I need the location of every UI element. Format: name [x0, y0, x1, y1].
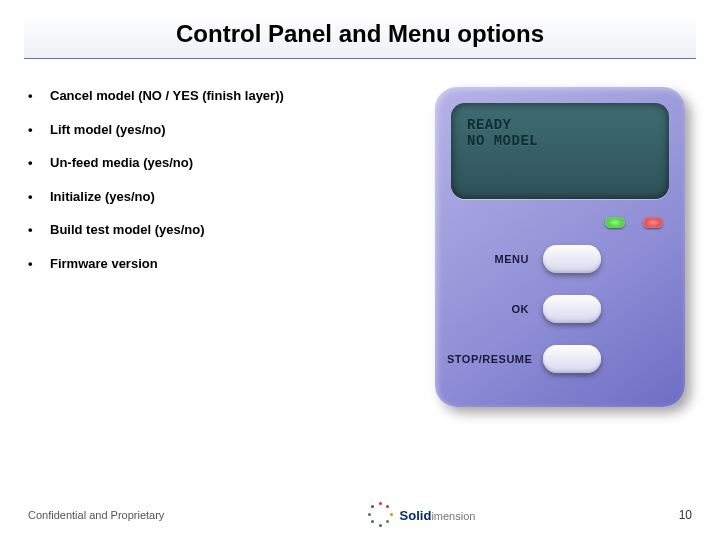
lcd-screen: READY NO MODEL — [451, 103, 669, 199]
bullet-item: Un-feed media (yes/no) — [24, 154, 408, 172]
logo-rest: imension — [431, 510, 475, 522]
menu-button[interactable] — [543, 245, 601, 273]
bullet-list: Cancel model (NO / YES (finish layer)) L… — [24, 87, 408, 540]
button-row: MENU — [435, 245, 685, 273]
page-number: 10 — [679, 508, 692, 522]
title-bar: Control Panel and Menu options — [24, 14, 696, 59]
bullet-item: Initialize (yes/no) — [24, 188, 408, 206]
device-image-column: READY NO MODEL MENU OK — [424, 87, 696, 540]
status-leds — [605, 217, 663, 228]
confidential-text: Confidential and Proprietary — [28, 509, 164, 521]
slide-footer: Confidential and Proprietary Solidimensi… — [0, 502, 720, 528]
bullet-item: Lift model (yes/no) — [24, 121, 408, 139]
slide: Control Panel and Menu options Cancel mo… — [0, 0, 720, 540]
physical-buttons: MENU OK STOP/RESUME — [435, 245, 685, 373]
button-label-menu: MENU — [447, 253, 529, 265]
bullet-item: Build test model (yes/no) — [24, 221, 408, 239]
logo-text: Solidimension — [400, 508, 476, 523]
slide-body: Cancel model (NO / YES (finish layer)) L… — [0, 59, 720, 540]
logo-bold: Solid — [400, 508, 432, 523]
button-label-stop-resume: STOP/RESUME — [447, 353, 529, 365]
bullet-item: Cancel model (NO / YES (finish layer)) — [24, 87, 408, 105]
logo: Solidimension — [368, 502, 476, 528]
led-green-icon — [605, 217, 625, 228]
led-red-icon — [643, 217, 663, 228]
ok-button[interactable] — [543, 295, 601, 323]
button-row: OK — [435, 295, 685, 323]
control-panel-device: READY NO MODEL MENU OK — [435, 87, 685, 407]
lcd-line-1: READY — [467, 117, 653, 133]
stop-resume-button[interactable] — [543, 345, 601, 373]
button-label-ok: OK — [447, 303, 529, 315]
button-row: STOP/RESUME — [435, 345, 685, 373]
slide-title: Control Panel and Menu options — [34, 20, 686, 48]
bullet-item: Firmware version — [24, 255, 408, 273]
logo-dots-icon — [368, 502, 394, 528]
lcd-line-2: NO MODEL — [467, 133, 653, 149]
